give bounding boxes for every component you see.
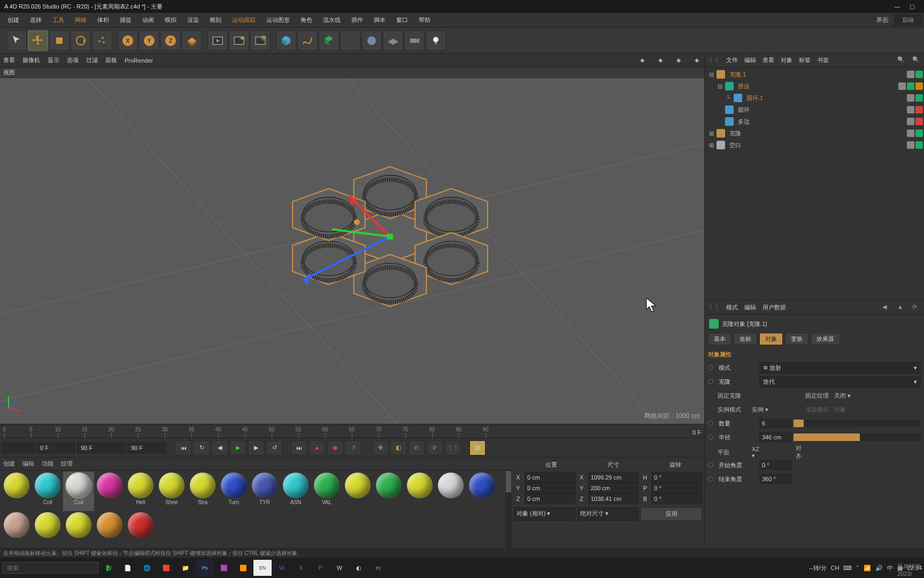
move-tool[interactable] <box>28 31 48 51</box>
time-start-field[interactable] <box>2 443 34 453</box>
vpmenu-摄像机[interactable]: 摄像机 <box>22 56 40 64</box>
visibility-flag[interactable] <box>915 130 923 137</box>
key-rot-button[interactable]: ◴ <box>409 440 425 455</box>
size-Z-field[interactable] <box>588 493 639 504</box>
menu-捕捉[interactable]: 捕捉 <box>114 14 137 26</box>
vpmenu-显示[interactable]: 显示 <box>48 56 59 64</box>
x-axis-lock[interactable]: X <box>118 31 138 51</box>
tray-wifi-icon[interactable]: 📶 <box>864 565 871 572</box>
expand-toggle[interactable]: ⊟ <box>708 71 714 78</box>
material-item[interactable] <box>404 471 435 511</box>
goto-end-cycle-button[interactable]: ↺ <box>266 440 282 455</box>
menu-角色[interactable]: 角色 <box>295 14 318 26</box>
key-selection-button[interactable]: ▥ <box>469 440 486 455</box>
nav-refresh-icon[interactable]: ⟳ <box>912 303 921 312</box>
pos-Y-field[interactable] <box>525 483 575 493</box>
matmenu-创建[interactable]: 创建 <box>3 460 15 468</box>
menu-体积[interactable]: 体积 <box>92 14 114 26</box>
object-tree[interactable]: ⊟克隆.1⊟挤压└圆环.1圆环多边⊞克隆⊞空白 <box>705 67 924 300</box>
plane-dropdown[interactable]: XZ ▾ <box>752 446 759 459</box>
visibility-flag[interactable] <box>907 130 914 137</box>
tray-chevron-icon[interactable]: ˄ <box>856 565 859 572</box>
matmenu-编辑[interactable]: 编辑 <box>22 460 34 468</box>
material-item[interactable] <box>32 511 63 548</box>
visibility-flag[interactable] <box>915 94 923 102</box>
render-settings[interactable] <box>250 31 271 51</box>
rot-H-field[interactable] <box>651 472 702 483</box>
object-name[interactable]: 圆环 <box>736 106 905 114</box>
menu-模拟[interactable]: 模拟 <box>159 14 182 26</box>
radius-field[interactable]: 346 cm <box>759 432 791 442</box>
startangle-field[interactable]: 0 ° <box>759 460 791 470</box>
material-item[interactable] <box>125 511 156 548</box>
tab-对象[interactable]: 对象 <box>759 333 783 345</box>
coord-size-dropdown[interactable]: 绝对尺寸 ▾ <box>578 507 639 521</box>
anim-dot[interactable] <box>708 462 713 468</box>
material-item[interactable] <box>94 511 125 548</box>
visibility-flag[interactable] <box>907 118 914 125</box>
goto-start-button[interactable]: ⏮ <box>175 440 191 455</box>
tray-lang[interactable]: CH <box>831 565 840 571</box>
objmenu-对象[interactable]: 对象 <box>781 56 792 64</box>
select-tool[interactable] <box>6 31 27 51</box>
menu-雕刻[interactable]: 雕刻 <box>204 14 227 26</box>
rot-B-field[interactable] <box>651 493 702 504</box>
vpmenu-查看[interactable]: 查看 <box>3 56 15 64</box>
taskbar-ppt-icon[interactable]: P <box>311 560 329 576</box>
tab-效果器[interactable]: 效果器 <box>811 333 840 345</box>
instance-dropdown[interactable]: 实例 ▾ <box>752 406 794 414</box>
rotate-icon[interactable]: ◈ <box>674 56 683 65</box>
menu-选择[interactable]: 选择 <box>25 14 47 26</box>
object-name[interactable]: 克隆 <box>727 130 905 138</box>
autokey-button[interactable]: ◉ <box>327 440 343 455</box>
key-param-button[interactable]: P <box>427 440 443 455</box>
objmenu-标签[interactable]: 标签 <box>799 56 811 64</box>
taskbar-app-icon[interactable]: 📄 <box>119 560 137 576</box>
object-row[interactable]: ⊟克隆.1 <box>706 69 923 80</box>
object-row[interactable]: ⊞克隆 <box>706 127 923 139</box>
maximize-button[interactable]: ▢ <box>905 1 920 12</box>
menu-工具[interactable]: 工具 <box>47 14 70 26</box>
expand-toggle[interactable]: └ <box>725 95 732 101</box>
minimize-button[interactable]: — <box>890 1 905 12</box>
object-row[interactable]: ⊟挤压 <box>706 80 923 92</box>
visibility-flag[interactable] <box>907 106 914 113</box>
menu-运动跟踪[interactable]: 运动跟踪 <box>227 14 261 26</box>
key-options-button[interactable]: ? <box>345 440 361 455</box>
taskbar-ps-icon[interactable]: Ps <box>196 560 214 576</box>
fixtex-dropdown[interactable]: 关闭 ▾ <box>834 392 866 400</box>
panel-grip-icon[interactable]: ⋮⋮ <box>708 57 720 64</box>
visibility-flag[interactable] <box>915 71 923 78</box>
size-X-field[interactable] <box>588 472 639 483</box>
object-name[interactable]: 挤压 <box>736 82 896 90</box>
anim-dot[interactable] <box>708 421 713 426</box>
object-row[interactable]: 圆环 <box>706 104 923 116</box>
material-item[interactable] <box>435 471 466 511</box>
menu-运动图形[interactable]: 运动图形 <box>261 14 295 26</box>
matmenu-功能[interactable]: 功能 <box>42 460 53 468</box>
anim-dot[interactable] <box>708 365 713 370</box>
count-slider[interactable] <box>794 420 921 427</box>
endangle-field[interactable]: 360 ° <box>759 474 791 484</box>
tray-volume-icon[interactable]: 🔊 <box>875 565 883 572</box>
objmenu-编辑[interactable]: 编辑 <box>744 56 756 64</box>
menu-渲染[interactable]: 渲染 <box>182 14 204 26</box>
key-pos-button[interactable]: ✥ <box>372 440 388 455</box>
anim-dot[interactable] <box>708 435 713 440</box>
taskbar-app-icon[interactable]: 🟥 <box>157 560 175 576</box>
visibility-flag[interactable] <box>907 141 914 149</box>
panel-grip-icon[interactable]: ⋮⋮ <box>708 304 720 311</box>
object-name[interactable]: 空白 <box>727 141 905 149</box>
material-item[interactable]: Heli <box>125 471 156 511</box>
visibility-flag[interactable] <box>915 118 923 125</box>
move-icon[interactable]: ◈ <box>638 56 646 65</box>
expand-toggle[interactable]: ⊟ <box>717 83 723 90</box>
material-item[interactable]: Coil <box>32 471 63 511</box>
add-generator[interactable] <box>319 31 339 51</box>
material-item[interactable] <box>342 471 373 511</box>
menu-动画[interactable]: 动画 <box>137 14 159 26</box>
visibility-flag[interactable] <box>915 82 923 90</box>
add-light[interactable] <box>426 31 446 51</box>
material-grid[interactable]: CoilCoilHeliSheeStraTurnTYRASNVAL <box>0 470 512 548</box>
material-item[interactable]: Shee <box>156 471 187 511</box>
